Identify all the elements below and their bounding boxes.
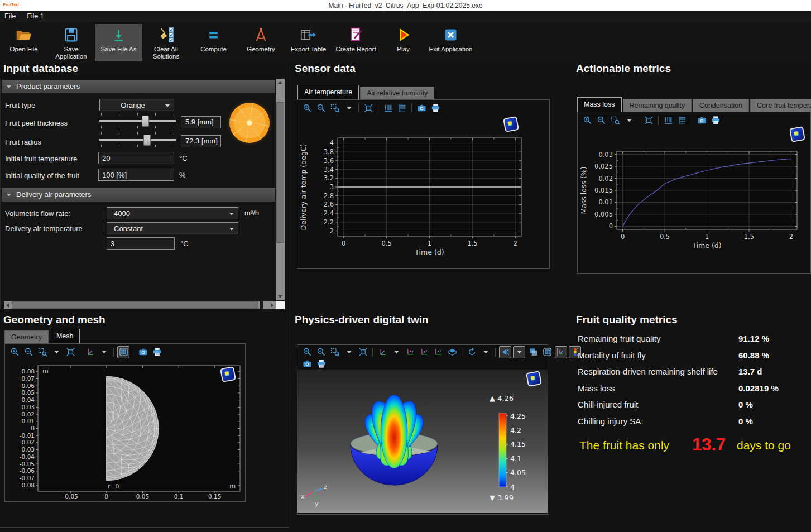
grid-icon[interactable] (541, 346, 553, 358)
zoom-out-icon[interactable] (315, 346, 327, 358)
exit-application-button[interactable]: Exit Application (427, 24, 474, 61)
y-log-axis-icon[interactable] (396, 102, 408, 114)
peel-thickness-value[interactable]: 5.9 [mm] (181, 116, 221, 128)
clear-all-solutions-button[interactable]: Clear All Solutions (142, 24, 190, 61)
zoom-box-icon[interactable] (36, 346, 49, 358)
axis-orientation-icon[interactable] (376, 346, 388, 358)
open-file-button[interactable]: Open File (0, 24, 47, 61)
snapshot-icon[interactable] (415, 102, 428, 114)
slider-handle[interactable] (143, 135, 151, 146)
fruit-radius-value[interactable]: 72.3 [mm] (181, 135, 221, 147)
zoom-extents-icon[interactable] (357, 346, 369, 358)
caret-down-icon[interactable] (390, 346, 402, 358)
caret-down-icon[interactable] (343, 346, 355, 358)
x-log-axis-icon[interactable] (662, 114, 674, 127)
fruit-type-dropdown[interactable]: Orange (99, 99, 174, 111)
zoom-extents-icon[interactable] (642, 114, 655, 127)
svg-text:y: y (315, 500, 319, 507)
peel-thickness-slider[interactable] (99, 112, 176, 130)
initial-temp-input[interactable] (98, 152, 174, 164)
zoom-box-icon[interactable] (329, 102, 341, 114)
delivery-temp-mode-dropdown[interactable]: Constant (107, 222, 238, 234)
section-product-parameters[interactable]: Product parameters (2, 80, 275, 93)
zoom-out-icon[interactable] (595, 114, 607, 127)
tab-air-relative-humidity[interactable]: Air relative humidity (360, 87, 434, 99)
zoom-extents-icon[interactable] (64, 346, 76, 358)
scene-light-icon[interactable] (499, 346, 511, 358)
print-icon[interactable] (709, 114, 722, 127)
zoom-in-icon[interactable] (301, 346, 313, 358)
chevron-down-icon (229, 228, 234, 231)
compute-button[interactable]: Compute (190, 24, 237, 61)
x-log-axis-icon[interactable] (382, 102, 394, 114)
zoom-in-icon[interactable] (581, 114, 593, 127)
play-button[interactable]: Play (380, 24, 427, 61)
view-yz-icon[interactable]: yz (418, 346, 430, 358)
transparency-icon[interactable] (527, 346, 539, 358)
zoom-box-icon[interactable] (609, 114, 621, 127)
scrollbar-thumb[interactable] (276, 102, 284, 243)
grid-icon[interactable] (117, 346, 129, 358)
menu-file-1[interactable]: File 1 (27, 12, 44, 20)
zoom-out-icon[interactable] (315, 102, 327, 114)
zoom-box-icon[interactable] (329, 346, 341, 358)
scroll-right-icon[interactable] (271, 303, 273, 308)
tab-mesh[interactable]: Mesh (50, 329, 80, 343)
zoom-in-icon[interactable] (8, 346, 21, 358)
twin-toolbar-row2 (297, 358, 548, 370)
caret-down-icon[interactable] (479, 346, 492, 358)
tab-core-fruit-temperature[interactable]: Core fruit temperature (750, 99, 811, 112)
geometry-button[interactable]: Geometry (237, 24, 285, 61)
scroll-left-icon[interactable] (6, 303, 9, 308)
zoom-out-icon[interactable] (22, 346, 35, 358)
axis-triad-toggle-icon[interactable] (555, 346, 567, 358)
view-xz-icon[interactable]: xz (432, 346, 444, 358)
mesh-plot[interactable]: -0.0500.050.10.150.080.070.060.050.040.0… (5, 358, 245, 500)
snapshot-icon[interactable] (301, 358, 313, 370)
fruit-radius-slider[interactable] (99, 131, 176, 148)
print-icon[interactable] (315, 358, 327, 370)
scroll-down-icon[interactable] (278, 295, 282, 298)
horizontal-scrollbar[interactable] (4, 301, 276, 309)
vertical-scrollbar[interactable] (276, 79, 285, 300)
scrollbar-thumb[interactable] (12, 301, 258, 309)
view-xy-icon[interactable]: xy (404, 346, 416, 358)
mass-loss-chart[interactable]: 00.511.5200.0050.010.0150.020.0250.03Tim… (578, 127, 810, 273)
save-file-as-button[interactable]: Save File As (95, 24, 142, 61)
snapshot-icon[interactable] (137, 346, 149, 358)
tab-condensation[interactable]: Condensation (693, 99, 749, 112)
print-icon[interactable] (151, 346, 163, 358)
rotate-icon[interactable] (466, 346, 478, 358)
caret-down-icon[interactable] (513, 346, 525, 358)
menu-file[interactable]: File (4, 12, 16, 20)
mass-loss-plot-frame: 00.511.5200.0050.010.0150.020.0250.03Tim… (577, 112, 811, 274)
create-report-button[interactable]: Create Report (332, 24, 380, 61)
save-application-button[interactable]: Save Application (47, 24, 95, 61)
caret-down-icon[interactable] (98, 346, 110, 358)
delivery-temp-input[interactable] (107, 237, 175, 250)
export-table-button[interactable]: Export Table (285, 24, 332, 61)
zoom-extents-icon[interactable] (362, 102, 375, 114)
tab-remaining-quality[interactable]: Remaining quality (623, 99, 692, 112)
y-log-axis-icon[interactable] (676, 114, 688, 127)
section-delivery-air-parameters[interactable]: Delivery air parameters (2, 188, 275, 202)
tab-air-temperature[interactable]: Air temperature (297, 85, 359, 99)
slider-track[interactable] (99, 120, 176, 122)
perspective-icon[interactable] (446, 346, 458, 358)
caret-down-icon[interactable] (343, 102, 355, 114)
initial-quality-input[interactable] (98, 169, 174, 181)
caret-down-icon[interactable] (50, 346, 63, 358)
tab-mass-loss[interactable]: Mass loss (577, 97, 622, 112)
tab-geometry[interactable]: Geometry (4, 330, 49, 343)
scroll-up-icon[interactable] (278, 81, 282, 84)
air-temperature-chart[interactable]: 00.511.5222.22.42.62.833.23.43.63.84Time… (297, 114, 549, 267)
print-icon[interactable] (429, 102, 442, 114)
caret-down-icon[interactable] (623, 114, 635, 127)
slider-track[interactable] (99, 139, 176, 141)
snapshot-icon[interactable] (695, 114, 708, 127)
slider-handle[interactable] (142, 116, 149, 127)
zoom-in-icon[interactable] (301, 102, 313, 114)
flow-rate-dropdown[interactable]: 4000 (107, 207, 238, 219)
axis-orientation-icon[interactable] (84, 346, 96, 358)
digital-twin-view[interactable]: 4.254.24.154.14.054▲ 4.26▼ 3.99xyz (297, 370, 548, 513)
